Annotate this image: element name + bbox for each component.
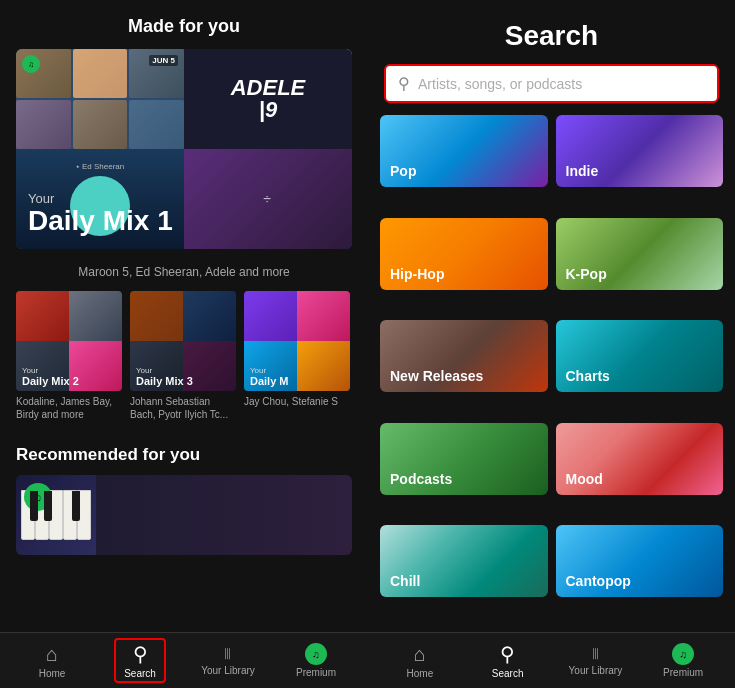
search-header: Search ⚲ Artists, songs, or podcasts — [368, 0, 735, 115]
black-key-2 — [44, 491, 52, 521]
piano-keys — [21, 490, 91, 540]
adele-text: ADELE|9 — [231, 77, 306, 121]
mix4-art: Your Daily M — [244, 291, 350, 391]
search-label-right: Search — [492, 668, 524, 679]
small-mix-card-3[interactable]: Your Daily Mix 3 Johann Sebastian Bach, … — [130, 291, 236, 421]
face-cell-4 — [16, 100, 71, 149]
mix3-desc: Johann Sebastian Bach, Pyotr Ilyich Tc..… — [130, 395, 236, 421]
library-label-left: Your Library — [201, 665, 255, 676]
mix2-cell1 — [16, 291, 69, 341]
search-placeholder: Artists, songs, or podcasts — [418, 76, 705, 92]
library-label-right: Your Library — [569, 665, 623, 676]
divide-text: ÷ — [263, 191, 273, 207]
right-bottom-nav: ⌂ Home ⚲ Search ⫴ Your Library ♫ Premium — [368, 632, 735, 688]
genre-label-indie: Indie — [566, 163, 599, 179]
mix4-cell1 — [244, 291, 297, 341]
genre-card-hiphop[interactable]: Hip-Hop — [380, 218, 548, 290]
genre-label-chill: Chill — [390, 573, 420, 589]
genre-card-charts[interactable]: Charts — [556, 320, 724, 392]
mix2-desc: Kodaline, James Bay, Birdy and more — [16, 395, 122, 421]
library-icon-left: ⫴ — [224, 645, 232, 663]
genre-card-cantopop[interactable]: Cantopop — [556, 525, 724, 597]
premium-icon-right: ♫ — [672, 643, 694, 665]
recommended-card[interactable]: ♫ — [16, 475, 352, 555]
mix-overlay-text: Your Daily Mix 1 — [28, 191, 173, 237]
genre-card-podcasts[interactable]: Podcasts — [380, 423, 548, 495]
mix2-overlay: Your Daily Mix 2 — [22, 366, 79, 387]
genre-label-cantopop: Cantopop — [566, 573, 631, 589]
premium-label-right: Premium — [663, 667, 703, 678]
face-cell-6 — [129, 100, 184, 149]
search-title: Search — [384, 20, 719, 52]
genre-card-indie[interactable]: Indie — [556, 115, 724, 187]
genre-card-mood[interactable]: Mood — [556, 423, 724, 495]
right-nav-search[interactable]: ⚲ Search — [464, 642, 552, 679]
mix2-cell2 — [69, 291, 122, 341]
small-mix-card-2[interactable]: Your Daily Mix 2 Kodaline, James Bay, Bi… — [16, 291, 122, 421]
right-panel: Search ⚲ Artists, songs, or podcasts Pop… — [368, 0, 735, 688]
home-icon: ⌂ — [46, 643, 58, 666]
genre-card-newreleases[interactable]: New Releases — [380, 320, 548, 392]
mix3-overlay: Your Daily Mix 3 — [136, 366, 193, 387]
small-mix-row: Your Daily Mix 2 Kodaline, James Bay, Bi… — [0, 291, 368, 437]
search-icon-right-nav: ⚲ — [500, 642, 515, 666]
mix-subtitle: Maroon 5, Ed Sheeran, Adele and more — [0, 257, 368, 291]
genre-label-podcasts: Podcasts — [390, 471, 452, 487]
mix4-cell4 — [297, 341, 350, 391]
premium-icon-left: ♫ — [305, 643, 327, 665]
black-key-1 — [30, 491, 38, 521]
search-icon-right: ⚲ — [398, 74, 410, 93]
spotify-icon-left: ♫ — [305, 643, 327, 665]
right-nav-library[interactable]: ⫴ Your Library — [552, 645, 640, 676]
genre-label-charts: Charts — [566, 368, 610, 384]
main-mix-art: ♫ JUN 5 ADELE|9 ⭑ Ed Sheeran — [16, 49, 352, 249]
small-mix-card-4[interactable]: Your Daily M Jay Chou, Stefanie S — [244, 291, 350, 421]
mix4-cell2 — [297, 291, 350, 341]
genre-card-pop[interactable]: Pop — [380, 115, 548, 187]
mix-title: Daily Mix 1 — [28, 206, 173, 237]
mix4-desc: Jay Chou, Stefanie S — [244, 395, 350, 408]
left-nav-home[interactable]: ⌂ Home — [8, 643, 96, 679]
left-nav-library[interactable]: ⫴ Your Library — [184, 645, 272, 676]
spotify-badge-icon: ♫ — [28, 60, 34, 69]
spotify-badge: ♫ — [22, 55, 40, 73]
mix3-art: Your Daily Mix 3 — [130, 291, 236, 391]
mix-label: Your — [28, 191, 173, 206]
left-nav-search[interactable]: ⚲ Search — [96, 638, 184, 683]
genre-card-kpop[interactable]: K-Pop — [556, 218, 724, 290]
home-icon-right: ⌂ — [414, 643, 426, 666]
made-for-you-title: Made for you — [0, 0, 368, 49]
piano-key-4 — [63, 490, 77, 540]
recommended-title: Recommended for you — [0, 437, 368, 475]
spotify-icon-right: ♫ — [672, 643, 694, 665]
mix3-label: Your — [136, 366, 193, 375]
genre-grid: Pop Indie Hip-Hop K-Pop New Releases Cha… — [368, 115, 735, 632]
mix-art-top-right: ADELE|9 — [184, 49, 352, 149]
face-cell-5 — [73, 100, 128, 149]
genre-card-chill[interactable]: Chill — [380, 525, 548, 597]
genre-label-kpop: K-Pop — [566, 266, 607, 282]
genre-label-newreleases: New Releases — [390, 368, 483, 384]
main-mix-card[interactable]: ♫ JUN 5 ADELE|9 ⭑ Ed Sheeran — [16, 49, 352, 249]
right-nav-premium[interactable]: ♫ Premium — [639, 643, 727, 678]
genre-label-mood: Mood — [566, 471, 603, 487]
ed-sheeran-text: ⭑ Ed Sheeran — [76, 162, 124, 172]
mix2-label: Your — [22, 366, 79, 375]
search-bar[interactable]: ⚲ Artists, songs, or podcasts — [384, 64, 719, 103]
face-cell-2 — [73, 49, 128, 98]
home-label: Home — [39, 668, 66, 679]
home-label-right: Home — [407, 668, 434, 679]
mix2-art: Your Daily Mix 2 — [16, 291, 122, 391]
genre-label-pop: Pop — [390, 163, 416, 179]
left-scroll-content: Made for you — [0, 0, 368, 632]
mix3-cell2 — [183, 291, 236, 341]
premium-label-left: Premium — [296, 667, 336, 678]
genre-label-hiphop: Hip-Hop — [390, 266, 444, 282]
mix-art-bottom-right: ÷ — [184, 149, 352, 249]
search-nav-highlight: ⚲ Search — [114, 638, 166, 683]
jun5-label: JUN 5 — [149, 55, 178, 66]
mix4-label: Your — [250, 366, 289, 375]
left-nav-premium[interactable]: ♫ Premium — [272, 643, 360, 678]
right-nav-home[interactable]: ⌂ Home — [376, 643, 464, 679]
library-icon-right: ⫴ — [592, 645, 599, 663]
